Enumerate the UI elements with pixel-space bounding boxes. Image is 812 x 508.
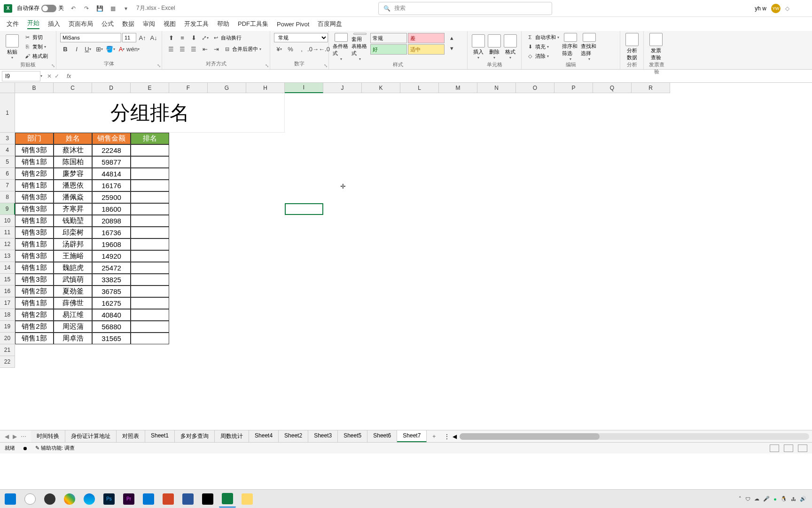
edge-button[interactable] xyxy=(81,491,98,508)
autosum-button[interactable]: Σ自动求和▾ xyxy=(525,33,560,41)
cell-E3[interactable]: 排名 xyxy=(131,133,169,144)
tab-PDF工具集[interactable]: PDF工具集 xyxy=(238,20,268,28)
cell-B10[interactable]: 销售1部 xyxy=(15,215,54,227)
sheet-tab-Sheet1[interactable]: Sheet1 xyxy=(145,430,175,442)
cell-B8[interactable]: 销售3部 xyxy=(15,191,54,203)
copy-button[interactable]: ⎘复制▾ xyxy=(23,42,49,51)
italic-button[interactable]: I xyxy=(71,44,82,54)
fx-icon[interactable]: fx xyxy=(64,73,74,79)
cell-B15[interactable]: 销售3部 xyxy=(15,274,54,286)
user-name[interactable]: yh w xyxy=(755,5,766,12)
align-top-icon[interactable]: ⬆ xyxy=(166,33,176,42)
sheet-prev-icon[interactable]: ◀ xyxy=(5,433,9,440)
style-bad[interactable]: 差 xyxy=(408,33,445,43)
page-break-button[interactable] xyxy=(798,444,807,452)
cell-E13[interactable] xyxy=(131,250,169,262)
cell-E14[interactable] xyxy=(131,262,169,274)
row-header-4[interactable]: 4 xyxy=(0,144,15,156)
macro-record-icon[interactable]: ⏺ xyxy=(23,445,28,451)
add-sheet-button[interactable]: + xyxy=(427,433,441,440)
tab-百度网盘[interactable]: 百度网盘 xyxy=(318,20,342,28)
col-header-R[interactable]: R xyxy=(632,83,670,93)
name-box[interactable]: I9 xyxy=(2,71,40,81)
search-input[interactable]: 🔍 搜索 xyxy=(378,2,552,15)
cell-B5[interactable]: 销售1部 xyxy=(15,156,54,168)
cell-C6[interactable]: 廉梦容 xyxy=(54,168,92,180)
redo-icon[interactable]: ↷ xyxy=(82,4,91,13)
find-select-button[interactable]: 查找和选择▾ xyxy=(581,33,598,61)
cell-C3[interactable]: 姓名 xyxy=(54,133,92,144)
tray-onedrive-icon[interactable]: ☁ xyxy=(754,496,759,502)
cell-C15[interactable]: 武慎萌 xyxy=(54,274,92,286)
spreadsheet-grid[interactable]: BCDEFGHIJKLMNOPQR 1345678910111213141516… xyxy=(0,83,812,430)
cell-C10[interactable]: 钱勤堃 xyxy=(54,215,92,227)
insert-cells-button[interactable]: 插入▾ xyxy=(471,33,485,61)
cell-B12[interactable]: 销售1部 xyxy=(15,238,54,250)
tray-mic-icon[interactable]: 🎤 xyxy=(763,496,770,502)
cell-C5[interactable]: 陈国柏 xyxy=(54,156,92,168)
table-icon[interactable]: ▦ xyxy=(108,4,117,13)
style-neutral[interactable]: 适中 xyxy=(408,44,445,55)
decrease-indent-icon[interactable]: ⇤ xyxy=(200,44,210,54)
tab-插入[interactable]: 插入 xyxy=(48,20,60,28)
cell-E17[interactable] xyxy=(131,297,169,309)
merge-button[interactable]: ⊟合并后居中▾ xyxy=(222,45,262,53)
sheet-tab-多对多查询[interactable]: 多对多查询 xyxy=(175,430,215,442)
conditional-format-button[interactable]: 条件格式▾ xyxy=(333,33,350,61)
col-header-M[interactable]: M xyxy=(439,83,477,93)
cell-D3[interactable]: 销售金额 xyxy=(92,133,131,144)
search-button[interactable] xyxy=(22,491,39,508)
cell-E12[interactable] xyxy=(131,238,169,250)
col-header-N[interactable]: N xyxy=(477,83,516,93)
confirm-formula-icon[interactable]: ✓ xyxy=(55,73,59,79)
scroll-split-icon[interactable]: ⋮ xyxy=(444,433,450,440)
cell-E9[interactable] xyxy=(131,203,169,215)
align-bottom-icon[interactable]: ⬇ xyxy=(188,33,199,42)
row-header-3[interactable]: 3 xyxy=(0,133,15,144)
sheet-tab-Sheet2[interactable]: Sheet2 xyxy=(279,430,308,442)
increase-font-icon[interactable]: A↑ xyxy=(137,33,148,42)
font-color-button[interactable]: A▾ xyxy=(117,44,127,54)
word-button[interactable] xyxy=(180,491,196,508)
cell-D14[interactable]: 25472 xyxy=(92,262,131,274)
cancel-formula-icon[interactable]: ✕ xyxy=(47,73,52,79)
col-header-O[interactable]: O xyxy=(516,83,554,93)
cell-B14[interactable]: 销售1部 xyxy=(15,262,54,274)
underline-button[interactable]: U▾ xyxy=(83,44,93,54)
cell-E6[interactable] xyxy=(131,168,169,180)
start-button[interactable] xyxy=(2,491,19,508)
cell-B11[interactable]: 销售3部 xyxy=(15,227,54,238)
scroll-left-icon[interactable]: ◀ xyxy=(453,433,457,440)
sheet-tab-Sheet4[interactable]: Sheet4 xyxy=(249,430,279,442)
cell-B16[interactable]: 销售2部 xyxy=(15,286,54,297)
cell-B19[interactable]: 销售2部 xyxy=(15,321,54,333)
undo-icon[interactable]: ↶ xyxy=(69,4,78,13)
horizontal-scrollbar[interactable] xyxy=(460,433,809,440)
tab-帮助[interactable]: 帮助 xyxy=(217,20,229,28)
explorer-button[interactable] xyxy=(239,491,256,508)
row-header-6[interactable]: 6 xyxy=(0,168,15,180)
sheet-tab-Sheet7[interactable]: Sheet7 xyxy=(397,430,427,442)
cell-B20[interactable]: 销售1部 xyxy=(15,333,54,344)
row-header-13[interactable]: 13 xyxy=(0,250,15,262)
col-header-H[interactable]: H xyxy=(246,83,285,93)
cell-B13[interactable]: 销售3部 xyxy=(15,250,54,262)
sheet-more-icon[interactable]: ⋯ xyxy=(21,433,26,440)
cell-E10[interactable] xyxy=(131,215,169,227)
cut-button[interactable]: ✂剪切 xyxy=(23,33,49,41)
tab-Power Pivot[interactable]: Power Pivot xyxy=(277,21,309,28)
cell-E11[interactable] xyxy=(131,227,169,238)
row-header-18[interactable]: 18 xyxy=(0,309,15,321)
normal-view-button[interactable] xyxy=(770,444,779,452)
formula-input[interactable] xyxy=(74,71,812,81)
number-launcher-icon[interactable]: ⤡ xyxy=(324,63,328,68)
cell-D4[interactable]: 22248 xyxy=(92,144,131,156)
fill-color-button[interactable]: 🪣▾ xyxy=(105,44,116,54)
tab-公式[interactable]: 公式 xyxy=(102,20,114,28)
format-as-table-button[interactable]: 套用 表格格式▾ xyxy=(351,33,368,61)
row-header-12[interactable]: 12 xyxy=(0,238,15,250)
format-painter-button[interactable]: 🖌格式刷 xyxy=(23,52,49,60)
avatar[interactable]: YW xyxy=(771,4,781,13)
row-header-5[interactable]: 5 xyxy=(0,156,15,168)
capcut-button[interactable] xyxy=(199,491,216,508)
